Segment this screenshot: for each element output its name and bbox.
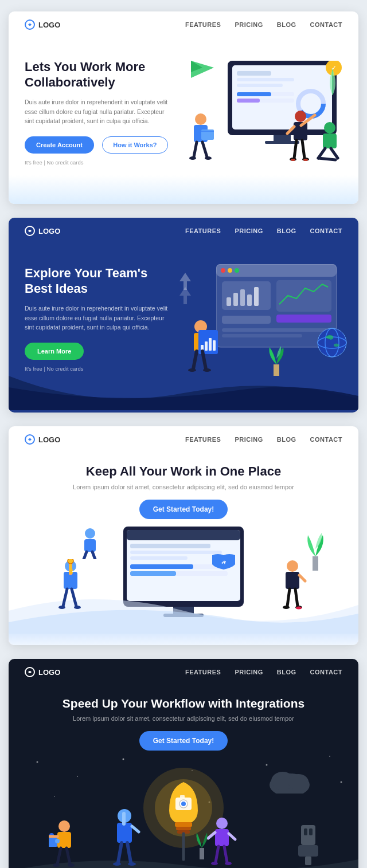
section-3-headline: Keep All Your Work in One Place	[25, 464, 342, 479]
svg-rect-68	[209, 338, 212, 351]
section-2-text: Explore Your Team's Best Ideas Duis aute…	[25, 265, 174, 372]
svg-rect-53	[254, 287, 259, 306]
svg-line-108	[295, 589, 298, 606]
svg-rect-8	[237, 78, 294, 81]
person-pointing-icon	[285, 109, 317, 167]
svg-rect-37	[323, 133, 337, 148]
section-2-illustration	[174, 261, 342, 376]
svg-rect-80	[130, 551, 222, 554]
svg-point-34	[291, 159, 295, 161]
person-chart-icon	[182, 319, 220, 376]
section-3: LOGO FEATURES PRICING BLOG CONTACT Keep …	[9, 426, 358, 645]
section-1-body-text: Duis aute irure dolor in reprehenderit i…	[25, 97, 174, 126]
svg-rect-74	[274, 364, 279, 376]
nav-features-3[interactable]: FEATURES	[185, 436, 221, 443]
person-sitting-top-icon	[77, 528, 103, 559]
svg-rect-98	[69, 572, 73, 574]
svg-rect-85	[130, 571, 176, 576]
svg-point-103	[74, 606, 81, 609]
nav-pricing-4[interactable]: PRICING	[235, 669, 263, 675]
section-4-body: Speed Up Your Workflow with Integrations…	[9, 685, 358, 751]
svg-line-30	[294, 140, 296, 158]
svg-point-26	[295, 111, 306, 122]
section-2-body-text: Duis aute irure dolor in reprehenderit i…	[25, 304, 174, 332]
nav-pricing-2[interactable]: PRICING	[235, 227, 263, 234]
get-started-button-4[interactable]: Get Started Today!	[139, 731, 228, 751]
svg-rect-52	[247, 294, 252, 306]
section-1-illustration: ✓	[174, 55, 342, 170]
svg-point-72	[188, 368, 196, 372]
section-4: LOGO FEATURES PRICING BLOG CONTACT Speed…	[9, 659, 358, 868]
nav-features-1[interactable]: FEATURES	[185, 21, 221, 28]
svg-point-109	[283, 606, 290, 609]
svg-point-136	[288, 774, 309, 790]
nav-2: LOGO FEATURES PRICING BLOG CONTACT	[9, 218, 358, 244]
svg-rect-50	[233, 293, 238, 306]
svg-line-164	[216, 846, 218, 862]
nav-3: LOGO FEATURES PRICING BLOG CONTACT	[9, 426, 358, 453]
nav-contact-2[interactable]: CONTACT	[310, 227, 342, 234]
nav-contact-3[interactable]: CONTACT	[310, 436, 342, 443]
svg-rect-78	[127, 530, 240, 540]
svg-point-25	[205, 156, 212, 160]
section-3-body: Keep All Your Work in One Place Lorem ip…	[9, 453, 358, 519]
svg-line-101	[72, 589, 76, 606]
svg-rect-13	[237, 92, 271, 96]
svg-line-148	[57, 848, 61, 864]
svg-rect-139	[309, 828, 313, 835]
svg-rect-56	[222, 316, 271, 324]
nav-blog-4[interactable]: BLOG	[277, 669, 296, 675]
logo-3: LOGO	[25, 434, 60, 445]
nav-pricing-3[interactable]: PRICING	[235, 436, 263, 443]
svg-rect-90	[84, 539, 96, 552]
svg-line-106	[299, 575, 305, 581]
svg-line-91	[83, 552, 87, 559]
create-account-button[interactable]: Create Account	[25, 136, 94, 154]
svg-rect-138	[304, 828, 307, 835]
how-it-works-button[interactable]: How it Works?	[102, 136, 167, 154]
nav-contact-4[interactable]: CONTACT	[310, 669, 342, 675]
logo-icon-1	[25, 19, 35, 30]
section-1-body: Lets You Work More Collaboratively Duis …	[9, 38, 358, 175]
svg-line-31	[302, 140, 304, 158]
svg-point-111	[296, 607, 302, 610]
svg-point-102	[58, 606, 65, 609]
learn-more-button[interactable]: Learn More	[25, 343, 84, 360]
section-1: LOGO FEATURES PRICING BLOG CONTACT Lets …	[9, 11, 358, 204]
svg-point-24	[189, 156, 196, 160]
section-4-body-text: Lorem ipsum dolor sit amet, consectetur …	[25, 715, 342, 722]
svg-rect-112	[313, 556, 318, 571]
section-1-free-note: It's free | No credit cards	[25, 159, 174, 166]
svg-point-158	[113, 862, 121, 866]
nav-links-4: FEATURES PRICING BLOG CONTACT	[185, 669, 342, 675]
nav-blog-1[interactable]: BLOG	[277, 21, 296, 28]
svg-rect-69	[213, 340, 216, 351]
svg-rect-55	[276, 315, 331, 323]
svg-point-116	[123, 759, 124, 760]
nav-contact-1[interactable]: CONTACT	[310, 21, 342, 28]
svg-rect-141	[305, 857, 311, 865]
nav-features-2[interactable]: FEATURES	[185, 227, 221, 234]
svg-rect-15	[237, 99, 260, 103]
svg-line-149	[67, 848, 70, 864]
nav-features-4[interactable]: FEATURES	[185, 669, 221, 675]
svg-line-29	[287, 127, 294, 133]
svg-rect-49	[227, 297, 231, 306]
get-started-button-3[interactable]: Get Started Today!	[139, 500, 228, 519]
nav-blog-2[interactable]: BLOG	[277, 227, 296, 234]
svg-rect-58	[222, 334, 302, 337]
svg-point-46	[228, 268, 232, 273]
nav-pricing-1[interactable]: PRICING	[235, 21, 263, 28]
logo-1: LOGO	[25, 19, 60, 30]
cloud-icon	[267, 765, 313, 794]
section-2: LOGO FEATURES PRICING BLOG CONTACT Explo…	[9, 218, 358, 413]
svg-point-131	[181, 802, 186, 806]
section-2-free-note: It's free | No credit cards	[25, 366, 174, 372]
svg-point-96	[68, 559, 73, 564]
nav-blog-3[interactable]: BLOG	[277, 436, 296, 443]
svg-line-40	[318, 158, 335, 160]
logo-icon-3	[25, 434, 35, 445]
svg-point-18	[195, 113, 206, 125]
svg-rect-67	[205, 341, 208, 351]
section-3-footer-band	[9, 634, 358, 645]
